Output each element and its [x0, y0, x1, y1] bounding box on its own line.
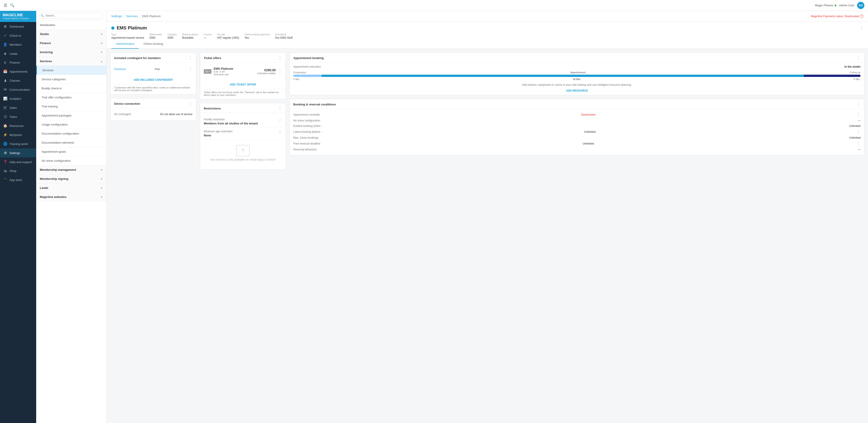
sidebar-label-classes: Classes — [9, 79, 20, 82]
contingent-link-premium[interactable]: Premium — [114, 67, 126, 71]
add-ticket-button[interactable]: ADD TICKET OFFER — [200, 80, 286, 89]
nav-usage-config[interactable]: Usage configuration — [36, 120, 106, 129]
meta-category: Category EMS — [167, 33, 177, 39]
contingent-row-menu[interactable]: ⋮ — [188, 67, 192, 71]
panel-device-connection: Device connection ⋮ No contingent Do not… — [111, 98, 196, 121]
nav-appt-packages[interactable]: Appointment packages — [36, 111, 106, 120]
meta-booking-label: Booking options — [182, 33, 198, 36]
main-content: Settings / Services / EMS Platinum Magic… — [107, 11, 868, 423]
facility-restriction-menu[interactable]: ⋮ — [278, 118, 282, 122]
nav-studio[interactable]: Studio ▼ — [36, 30, 106, 39]
latest-row-menu[interactable]: ⋮ — [857, 130, 861, 134]
breadcrumb-settings[interactable]: Settings — [111, 14, 122, 18]
sidebar-item-resources[interactable]: 🏠 Resources — [0, 121, 36, 130]
nav-membership-signing[interactable]: Membership signing ▼ — [36, 174, 106, 183]
breadcrumb: Settings / Services / EMS Platinum — [111, 14, 161, 18]
panel-title-device: Device connection — [114, 102, 140, 105]
service-options-menu[interactable]: ⋮ — [859, 26, 864, 30]
restriction-min-age-content: Minimum age restriction None — [204, 130, 232, 137]
top-navigation: ☰ 🔍 Magic-Fitness Admin User AU — [0, 0, 868, 11]
nav-no-show[interactable]: No show configuration — [36, 156, 106, 165]
ticket-row-menu[interactable]: ⋮ — [278, 69, 282, 73]
nav-introduction[interactable]: Introduction — [36, 21, 106, 30]
tickets-options-menu[interactable]: ⋮ — [278, 56, 282, 60]
timeline-labels: Preparation Appointment Follow-up — [293, 70, 861, 74]
nav-appt-goals[interactable]: Appointment goals — [36, 147, 106, 156]
sidebar-item-appointments[interactable]: 📅 Appointments — [0, 67, 36, 76]
nav-doc-config[interactable]: Documentation configuration — [36, 129, 106, 138]
nav-leads-section[interactable]: Leads ▼ — [36, 183, 106, 192]
reversal-deadline-row-menu[interactable]: ⋮ — [857, 142, 861, 146]
menu-toggle[interactable]: ☰ — [4, 3, 7, 8]
nav-trial-offer[interactable]: Trial offer configuration — [36, 93, 106, 102]
meta-abbr-label: Abbreviation — [150, 33, 162, 36]
appt-execution-value: In the studio — [844, 65, 861, 68]
restrictions-options-menu[interactable]: ⋮ — [278, 106, 282, 111]
sidebar-item-communication[interactable]: ✉ Communication — [0, 85, 36, 94]
nav-magicline-websites[interactable]: Magicline websites ▼ — [36, 192, 106, 202]
sidebar-item-settings[interactable]: ⚙ Settings — [0, 148, 36, 157]
panel-appointment-booking: Appointment booking ⋮ Appointment execut… — [289, 53, 864, 95]
device-options-menu[interactable]: ⋮ — [188, 101, 192, 105]
tab-administration[interactable]: Administration — [111, 39, 139, 49]
sidebar-item-classes[interactable]: ♟ Classes — [0, 76, 36, 85]
sidebar-item-leads[interactable]: ◈ Leads — [0, 49, 36, 58]
service-title-row: EMS Platinum ⋮ — [111, 25, 864, 31]
nav-service-categories[interactable]: Service categories — [36, 75, 106, 84]
booking-reversal-deadline-value: Unlimited — [583, 142, 594, 145]
meta-abbr-value: EMS — [150, 36, 162, 39]
nav-buddy-checkin[interactable]: Buddy check-in — [36, 84, 106, 93]
sidebar-item-tasks[interactable]: ☑ Tasks — [0, 112, 36, 121]
panel-title-booking-conditions: Booking & reversal conditions — [293, 103, 336, 106]
sidebar-item-mysports[interactable]: ⚡ MySports — [0, 130, 36, 139]
search-input[interactable] — [39, 13, 104, 19]
finance-label: Finance — [40, 41, 51, 45]
booking-conditions-options-menu[interactable]: ⋮ — [857, 102, 861, 106]
tab-online-booking[interactable]: Online booking — [139, 39, 167, 49]
nav-invoicing[interactable]: Invoicing ▼ — [36, 48, 106, 57]
sidebar: MAGICLINE A Sport Alliance Company ⊞ Das… — [0, 11, 36, 423]
user-avatar[interactable]: AU — [857, 2, 864, 9]
nav-services[interactable]: Services ▲ — [36, 57, 106, 66]
nav-finance[interactable]: Finance ▼ — [36, 39, 106, 48]
sidebar-item-analytics[interactable]: 📊 Analytics — [0, 94, 36, 103]
sidebar-label-members: Members — [9, 43, 22, 47]
sidebar-item-dashboard[interactable]: ⊞ Dashboard — [0, 22, 36, 31]
settings-icon: ⚙ — [3, 151, 7, 155]
nav-trial-training[interactable]: Trial training — [36, 102, 106, 111]
breadcrumb-sep1: / — [124, 14, 125, 18]
meta-online-booking: Online booking approved Yes — [245, 33, 270, 39]
ticket-badge: 10 × — [204, 69, 212, 74]
add-resource-button[interactable]: ADD RESOURCE — [293, 89, 861, 92]
sidebar-item-appstore[interactable]: 📱 App store — [0, 175, 36, 184]
nav-services-sub[interactable]: Services — [36, 66, 106, 75]
sidebar-item-members[interactable]: 👤 Members — [0, 40, 36, 49]
appt-booking-options-menu[interactable]: ⋮ — [857, 56, 861, 60]
search-toggle[interactable]: 🔍 — [10, 3, 14, 7]
sidebar-item-sales[interactable]: 🛒 Sales — [0, 103, 36, 112]
panel-header-device: Device connection ⋮ — [111, 98, 196, 108]
device-label: No contingent — [114, 113, 131, 116]
sidebar-item-training[interactable]: 🌐 Training world — [0, 139, 36, 148]
meta-country: Country — — [204, 33, 212, 39]
booking-row-reversal-behaviour: Reversal behaviour — — [293, 147, 861, 152]
sidebar-item-help[interactable]: ❓ Help and support — [0, 157, 36, 167]
restriction-min-age: Minimum age restriction None ⋮ — [204, 128, 282, 140]
middle-column: Ticket offers ⋮ 10 × EMS Platinum It.Nr.… — [200, 53, 286, 419]
breadcrumb-services[interactable]: Services — [126, 14, 138, 18]
nav-membership-mgmt[interactable]: Membership management ▼ — [36, 165, 106, 174]
reminder-row-menu[interactable]: ⋮ — [857, 113, 861, 117]
sidebar-item-shop[interactable]: 🛍 Shop — [0, 167, 36, 175]
min-age-restriction-menu[interactable]: ⋮ — [278, 130, 282, 134]
nav-doc-elements[interactable]: Documentation elements — [36, 138, 106, 147]
panel-title-tickets: Ticket offers — [204, 56, 221, 60]
add-contingent-button[interactable]: ADD INCLUDED CONTINGENT — [111, 75, 196, 84]
sidebar-label-leads: Leads — [9, 52, 18, 55]
prep-label: Preparation — [293, 71, 306, 74]
middle-panel: Introduction Studio ▼ Finance ▼ Invoicin… — [36, 11, 107, 423]
ticket-info-text: Ticket offers can be found under the "Se… — [200, 89, 286, 99]
meta-category-value: EMS — [167, 36, 177, 39]
sidebar-item-finance[interactable]: € Finance — [0, 58, 36, 67]
contingent-options-menu[interactable]: ⋮ — [188, 56, 192, 60]
sidebar-item-checkin[interactable]: ✓ Check-in — [0, 31, 36, 40]
